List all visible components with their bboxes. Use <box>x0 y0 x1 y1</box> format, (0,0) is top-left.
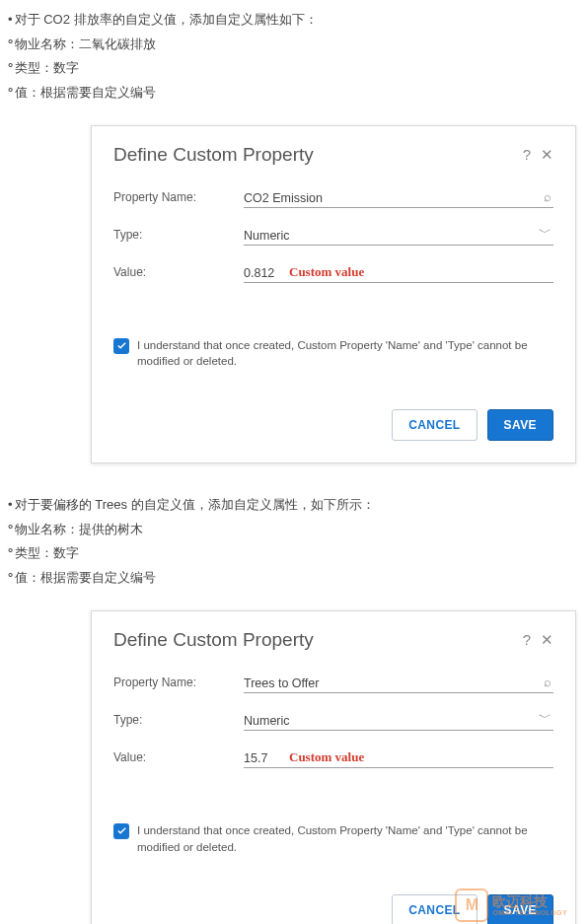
close-icon[interactable]: ✕ <box>541 631 553 649</box>
define-custom-property-dialog: Define Custom Property ? ✕ Property Name… <box>91 610 576 924</box>
help-icon[interactable]: ? <box>523 631 531 649</box>
section-b-text: 对于要偏移的 Trees 的自定义值，添加自定义属性，如下所示： 物业名称：提供… <box>0 491 588 591</box>
sec-b-value: 值：根据需要自定义编号 <box>8 566 580 591</box>
sec-b-type: 类型：数字 <box>8 541 580 566</box>
consent-checkbox[interactable] <box>113 338 129 354</box>
dialog-title: Define Custom Property <box>113 144 523 166</box>
save-button[interactable]: SAVE <box>487 894 553 924</box>
sec-b-name: 物业名称：提供的树木 <box>8 518 580 542</box>
help-icon[interactable]: ? <box>523 146 531 164</box>
consent-row: I understand that once created, Custom P… <box>113 337 553 370</box>
dialog-title: Define Custom Property <box>113 629 523 651</box>
label-type: Type: <box>113 228 244 242</box>
value-input[interactable]: 0.812 Custom value <box>244 260 553 283</box>
dialog-form: Property Name: CO2 Emission ⌕ Type: Nume… <box>113 181 553 288</box>
cancel-button[interactable]: CANCEL <box>392 409 477 441</box>
custom-value-annotation: Custom value <box>289 749 364 765</box>
dialog-form: Property Name: Trees to Offer ⌕ Type: Nu… <box>113 667 553 773</box>
search-icon[interactable]: ⌕ <box>544 189 551 204</box>
label-value: Value: <box>113 750 244 764</box>
section-a-text: 对于 CO2 排放率的自定义值，添加自定义属性如下： 物业名称：二氧化碳排放 类… <box>0 6 588 106</box>
sec-a-name: 物业名称：二氧化碳排放 <box>8 33 580 57</box>
custom-value-annotation: Custom value <box>289 264 364 280</box>
check-icon <box>116 825 127 836</box>
label-type: Type: <box>113 713 244 727</box>
sec-a-intro: 对于 CO2 排放率的自定义值，添加自定义属性如下： <box>8 8 580 33</box>
type-select[interactable]: Numeric ﹀ <box>244 708 553 731</box>
check-icon <box>116 340 127 351</box>
consent-row: I understand that once created, Custom P… <box>113 822 553 855</box>
property-name-input[interactable]: Trees to Offer ⌕ <box>244 671 553 693</box>
sec-b-intro: 对于要偏移的 Trees 的自定义值，添加自定义属性，如下所示： <box>8 493 580 518</box>
label-property-name: Property Name: <box>113 190 244 204</box>
cancel-button[interactable]: CANCEL <box>392 894 477 924</box>
sec-a-type: 类型：数字 <box>8 56 580 81</box>
consent-text: I understand that once created, Custom P… <box>137 822 553 855</box>
save-button[interactable]: SAVE <box>487 409 553 441</box>
search-icon[interactable]: ⌕ <box>544 675 551 689</box>
chevron-down-icon[interactable]: ﹀ <box>539 709 551 727</box>
consent-checkbox[interactable] <box>113 823 129 839</box>
sec-a-value: 值：根据需要自定义编号 <box>8 81 580 106</box>
define-custom-property-dialog: Define Custom Property ? ✕ Property Name… <box>91 125 576 463</box>
chevron-down-icon[interactable]: ﹀ <box>539 224 551 242</box>
value-input[interactable]: 15.7 Custom value <box>244 746 553 768</box>
type-select[interactable]: Numeric ﹀ <box>244 223 553 246</box>
label-value: Value: <box>113 265 244 279</box>
close-icon[interactable]: ✕ <box>541 146 553 164</box>
consent-text: I understand that once created, Custom P… <box>137 337 553 370</box>
property-name-input[interactable]: CO2 Emission ⌕ <box>244 185 553 208</box>
label-property-name: Property Name: <box>113 675 244 689</box>
